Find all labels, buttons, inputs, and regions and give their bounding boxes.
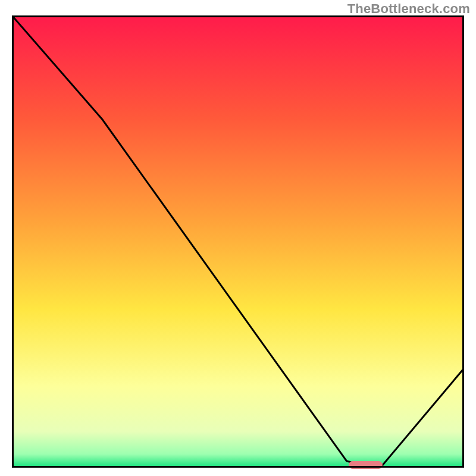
- curve-layer: [12, 15, 464, 468]
- optimal-range-marker: [349, 461, 383, 469]
- bottleneck-curve: [12, 15, 464, 465]
- plot-area: [12, 15, 464, 468]
- watermark-text: TheBottleneck.com: [347, 1, 470, 17]
